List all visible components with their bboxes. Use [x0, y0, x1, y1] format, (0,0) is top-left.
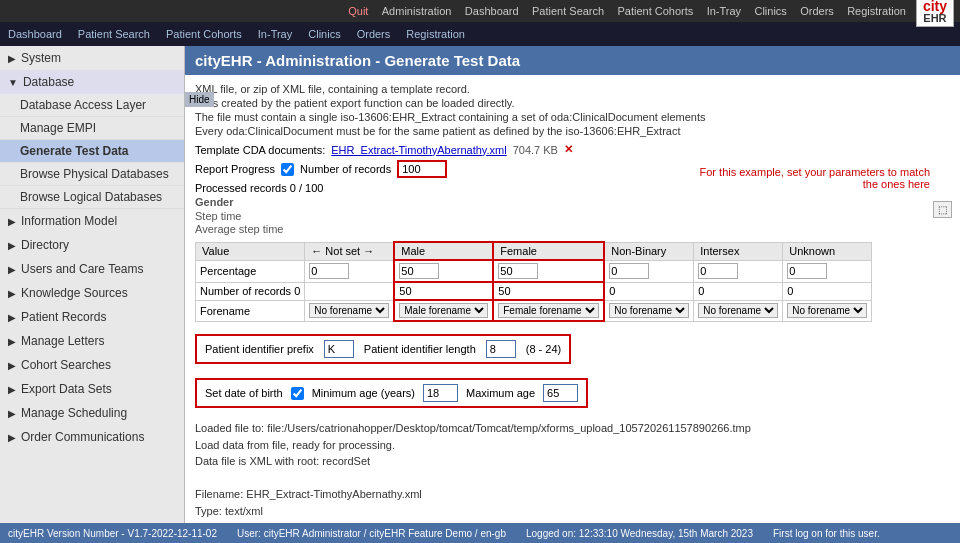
log-line5: Filename: EHR_Extract-TimothyAbernathy.x… — [195, 486, 950, 503]
patient-id-length-label: Patient identifier length — [364, 343, 476, 355]
sidebar-group-patient-records[interactable]: ▶ Patient Records — [0, 305, 184, 329]
patient-search-link[interactable]: Patient Search — [532, 5, 604, 17]
in-tray-link[interactable]: In-Tray — [707, 5, 741, 17]
form-content: XML file, or zip of XML file, containing… — [185, 75, 960, 523]
hide-show-button[interactable]: Hide — [185, 92, 214, 107]
sidebar-group-cohort[interactable]: ▶ Cohort Searches — [0, 353, 184, 377]
nav-patient-search[interactable]: Patient Search — [78, 28, 150, 40]
col-female: Female — [493, 242, 604, 260]
sidebar-group-export[interactable]: ▶ Export Data Sets — [0, 377, 184, 401]
arrow-icon-eds: ▶ — [8, 384, 16, 395]
nav-registration[interactable]: Registration — [406, 28, 465, 40]
forename-intersex-select[interactable]: No forename — [698, 303, 778, 318]
sidebar: ▶ System ▼ Database Database Access Laye… — [0, 46, 185, 523]
template-label: Template CDA documents: — [195, 144, 325, 156]
step-time-label: Step time — [195, 210, 950, 222]
set-dob-label: Set date of birth — [205, 387, 283, 399]
min-age-input[interactable] — [423, 384, 458, 402]
pct-unknown[interactable] — [787, 263, 827, 279]
desc-line1: XML file, or zip of XML file, containing… — [195, 83, 950, 95]
sidebar-group-knowledge[interactable]: ▶ Knowledge Sources — [0, 281, 184, 305]
desc-line4: Every oda:ClinicalDocument must be for t… — [195, 125, 950, 137]
sidebar-group-info-model[interactable]: ▶ Information Model — [0, 209, 184, 233]
forename-nonbinary-select[interactable]: No forename — [609, 303, 689, 318]
nav-dashboard[interactable]: Dashboard — [8, 28, 62, 40]
forename-unknown-select[interactable]: No forename — [787, 303, 867, 318]
gender-table: Value ← Not set → Male Female Non-Binary… — [195, 241, 872, 322]
content-header: cityEHR - Administration - Generate Test… — [185, 46, 960, 75]
arrow-icon-pr: ▶ — [8, 312, 16, 323]
quit-link[interactable]: Quit — [348, 5, 368, 17]
status-version: cityEHR Version Number - V1.7-2022-12-11… — [8, 528, 217, 539]
sidebar-item-generate-test-data[interactable]: Generate Test Data — [0, 140, 184, 163]
sidebar-group-manage-letters[interactable]: ▶ Manage Letters — [0, 329, 184, 353]
sidebar-system-label: System — [21, 51, 61, 65]
pct-intersex[interactable] — [698, 263, 738, 279]
sidebar-group-database[interactable]: ▼ Database — [0, 70, 184, 94]
col-unknown: Unknown — [783, 242, 872, 260]
nav-in-tray[interactable]: In-Tray — [258, 28, 292, 40]
patient-id-prefix-input[interactable] — [324, 340, 354, 358]
main-layout: ▶ System ▼ Database Database Access Laye… — [0, 46, 960, 523]
pct-female[interactable] — [498, 263, 538, 279]
pct-male[interactable] — [399, 263, 439, 279]
forename-notset-select[interactable]: No forename — [309, 303, 389, 318]
orders-link[interactable]: Orders — [800, 5, 834, 17]
export-icon[interactable]: ⬚ — [933, 201, 952, 218]
num-records-input[interactable] — [397, 160, 447, 178]
report-progress-checkbox[interactable] — [281, 163, 294, 176]
sidebar-item-db-access[interactable]: Database Access Layer — [0, 94, 184, 117]
arrow-icon-db: ▼ — [8, 77, 18, 88]
arrow-icon-ml: ▶ — [8, 336, 16, 347]
template-file-name[interactable]: EHR_Extract-TimothyAbernathy.xml — [331, 144, 506, 156]
log-line2: Load data from file, ready for processin… — [195, 437, 950, 454]
max-age-input[interactable] — [543, 384, 578, 402]
arrow-icon: ▶ — [8, 53, 16, 64]
sidebar-group-system[interactable]: ▶ System — [0, 46, 184, 70]
template-file-size: 704.7 KB — [513, 144, 558, 156]
nav-clinics[interactable]: Clinics — [308, 28, 340, 40]
sidebar-item-browse-physical[interactable]: Browse Physical Databases — [0, 163, 184, 186]
status-logged-on: Logged on: 12:33:10 Wednesday, 15th Marc… — [526, 528, 753, 539]
numrec-row: Number of records 0 50 50 0 0 0 — [196, 282, 872, 300]
status-first-log: First log on for this user. — [773, 528, 880, 539]
forename-female-select[interactable]: Female forename — [498, 303, 599, 318]
arrow-icon-cs: ▶ — [8, 360, 16, 371]
col-value: Value — [196, 242, 305, 260]
col-notset: ← Not set → — [305, 242, 395, 260]
nav-orders[interactable]: Orders — [357, 28, 391, 40]
nav-bar: Dashboard Patient Search Patient Cohorts… — [0, 22, 960, 46]
arrow-icon-oc: ▶ — [8, 432, 16, 443]
max-age-label: Maximum age — [466, 387, 535, 399]
patient-cohorts-link[interactable]: Patient Cohorts — [618, 5, 694, 17]
col-male: Male — [394, 242, 493, 260]
nav-patient-cohorts[interactable]: Patient Cohorts — [166, 28, 242, 40]
percentage-row: Percentage — [196, 260, 872, 282]
set-dob-checkbox[interactable] — [291, 387, 304, 400]
num-records-label: Number of records — [300, 163, 391, 175]
clinics-link[interactable]: Clinics — [754, 5, 786, 17]
patient-id-section: Patient identifier prefix Patient identi… — [195, 334, 571, 364]
delete-template-button[interactable]: ✕ — [564, 143, 573, 156]
forename-row: Forename No forename Male forename — [196, 300, 872, 321]
dob-section-wrapper: Set date of birth Minimum age (years) Ma… — [195, 374, 950, 412]
page-title: cityEHR - Administration - Generate Test… — [195, 52, 520, 69]
forename-male-select[interactable]: Male forename — [399, 303, 488, 318]
top-bar: Quit Administration Dashboard Patient Se… — [0, 0, 960, 22]
patient-id-length-input[interactable] — [486, 340, 516, 358]
sidebar-group-directory[interactable]: ▶ Directory — [0, 233, 184, 257]
sidebar-item-browse-logical[interactable]: Browse Logical Databases — [0, 186, 184, 209]
administration-link[interactable]: Administration — [382, 5, 452, 17]
pct-notset[interactable] — [309, 263, 349, 279]
sidebar-group-scheduling[interactable]: ▶ Manage Scheduling — [0, 401, 184, 425]
desc-line2: Files created by the patient export func… — [195, 97, 950, 109]
registration-link[interactable]: Registration — [847, 5, 906, 17]
sidebar-item-manage-empi[interactable]: Manage EMPI — [0, 117, 184, 140]
sidebar-group-users[interactable]: ▶ Users and Care Teams — [0, 257, 184, 281]
sidebar-group-order-comm[interactable]: ▶ Order Communications — [0, 425, 184, 449]
pct-nonbinary[interactable] — [609, 263, 649, 279]
arrow-icon-ms: ▶ — [8, 408, 16, 419]
log-area: Loaded file to: file:/Users/catrionahopp… — [195, 420, 950, 523]
dashboard-link[interactable]: Dashboard — [465, 5, 519, 17]
status-bar: cityEHR Version Number - V1.7-2022-12-11… — [0, 523, 960, 543]
